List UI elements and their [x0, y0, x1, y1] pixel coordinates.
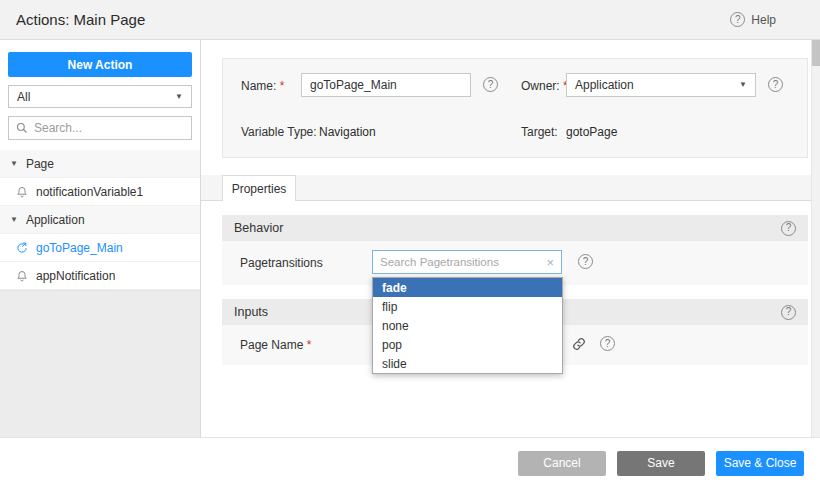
sidebar-filler: [0, 290, 200, 437]
owner-dropdown[interactable]: Application ▼: [566, 73, 756, 97]
sidebar: New Action All ▼ ▼ Page: [0, 40, 201, 437]
tab-properties[interactable]: Properties: [222, 175, 296, 201]
behavior-section-header: Behavior ?: [222, 215, 808, 241]
variable-type-label: Variable Type:: [241, 125, 317, 139]
required-marker: *: [307, 338, 312, 352]
chevron-down-icon: ▼: [10, 160, 18, 168]
tree-item-label: goToPage_Main: [36, 241, 123, 255]
owner-help-icon[interactable]: ?: [768, 77, 783, 92]
form-row-2: Variable Type: Navigation Target: gotoPa…: [241, 125, 789, 141]
scrollbar[interactable]: [811, 40, 820, 437]
search-icon: [16, 122, 28, 134]
name-label: Name: *: [241, 79, 284, 93]
behavior-title: Behavior: [234, 221, 283, 235]
inputs-help-icon[interactable]: ?: [781, 305, 796, 320]
form-row-1: Name: * ? Owner: * Application ▼ ?: [241, 73, 789, 97]
option-flip[interactable]: flip: [373, 297, 562, 316]
page-name-label-text: Page Name: [240, 338, 303, 352]
tree-item-label: notificationVariable1: [36, 185, 143, 199]
pagetransitions-help-icon[interactable]: ?: [578, 254, 593, 269]
tree-item-goToPage_Main[interactable]: goToPage_Main: [0, 234, 200, 262]
footer-bar: Cancel Save Save & Close: [0, 437, 820, 488]
page-name-help-icon[interactable]: ?: [600, 336, 615, 351]
help-button[interactable]: ? Help: [730, 12, 776, 27]
filter-dropdown[interactable]: All ▼: [8, 85, 192, 108]
owner-value: Application: [575, 78, 634, 92]
owner-label: Owner: *: [521, 79, 568, 93]
save-button[interactable]: Save: [617, 451, 705, 476]
variable-type-value: Navigation: [319, 125, 376, 139]
required-marker: *: [280, 79, 285, 93]
behavior-help-icon[interactable]: ?: [781, 221, 796, 236]
pagetransitions-combobox[interactable]: ×: [372, 250, 562, 274]
search-input[interactable]: [34, 121, 184, 135]
pagetransitions-options-popup: fade flip none pop slide: [372, 277, 563, 374]
notification-icon: [16, 270, 28, 282]
chevron-down-icon: ▼: [739, 81, 747, 89]
option-fade[interactable]: fade: [373, 278, 562, 297]
tree-item-notificationVariable1[interactable]: notificationVariable1: [0, 178, 200, 206]
tab-bar: Properties: [201, 175, 811, 201]
main-panel: Name: * ? Owner: * Application ▼ ? Varia…: [201, 40, 820, 437]
pagetransitions-label: Pagetransitions: [240, 256, 323, 270]
clear-icon[interactable]: ×: [546, 256, 554, 269]
target-label: Target:: [521, 125, 558, 139]
name-input[interactable]: [301, 73, 471, 97]
target-value: gotoPage: [566, 125, 617, 139]
help-icon: ?: [730, 12, 745, 27]
help-label: Help: [751, 13, 776, 27]
option-pop[interactable]: pop: [373, 335, 562, 354]
bind-link-icon[interactable]: [572, 337, 586, 351]
owner-label-text: Owner:: [521, 79, 560, 93]
tree-item-label: appNotification: [36, 269, 115, 283]
chevron-down-icon: ▼: [10, 216, 18, 224]
actions-editor: Actions: Main Page ? Help New Action All…: [0, 0, 820, 488]
name-help-icon[interactable]: ?: [483, 77, 498, 92]
page-title: Actions: Main Page: [16, 11, 145, 28]
pagetransitions-search-input[interactable]: [380, 256, 542, 268]
option-none[interactable]: none: [373, 316, 562, 335]
cancel-button[interactable]: Cancel: [518, 451, 606, 476]
tree-item-appNotification[interactable]: appNotification: [0, 262, 200, 290]
name-label-text: Name:: [241, 79, 276, 93]
action-tree: ▼ Page notificationVariable1 ▼ Applicati…: [0, 150, 200, 290]
chevron-down-icon: ▼: [175, 93, 183, 101]
header: Actions: Main Page ? Help: [0, 0, 820, 40]
inputs-title: Inputs: [234, 305, 268, 319]
sidebar-controls: New Action All ▼: [0, 40, 200, 150]
page-name-label: Page Name *: [240, 338, 311, 352]
tree-group-label: Page: [26, 157, 54, 171]
search-box: [8, 116, 192, 140]
new-action-button[interactable]: New Action: [8, 52, 192, 77]
option-slide[interactable]: slide: [373, 354, 562, 373]
action-header-form: Name: * ? Owner: * Application ▼ ? Varia…: [222, 58, 808, 158]
tree-group-label: Application: [26, 213, 85, 227]
action-icon: [16, 242, 28, 254]
tree-group-page[interactable]: ▼ Page: [0, 150, 200, 178]
notification-icon: [16, 186, 28, 198]
tree-group-application[interactable]: ▼ Application: [0, 206, 200, 234]
filter-value: All: [17, 90, 30, 104]
scrollbar-thumb[interactable]: [812, 40, 820, 66]
save-and-close-button[interactable]: Save & Close: [716, 451, 804, 476]
